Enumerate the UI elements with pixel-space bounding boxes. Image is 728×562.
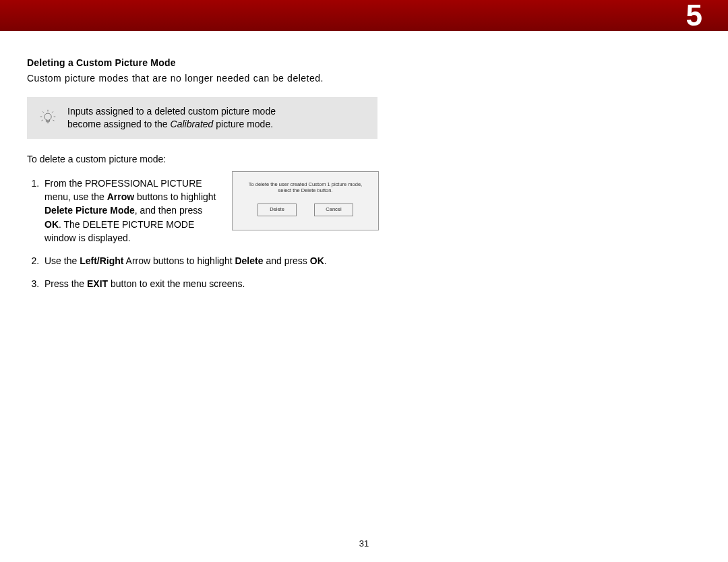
svg-line-8 (41, 120, 42, 121)
svg-point-0 (44, 113, 51, 120)
tip-box: Inputs assigned to a deleted custom pict… (27, 97, 377, 139)
intro-text: Custom picture modes that are no longer … (27, 72, 377, 85)
svg-line-9 (53, 120, 54, 121)
header-band: 5 (0, 0, 728, 31)
lightbulb-icon (39, 109, 57, 127)
section-heading: Deleting a Custom Picture Mode (27, 57, 377, 68)
steps-list: From the PROFESSIONAL PICTURE menu, use … (27, 177, 377, 291)
tip-line2-after: picture mode. (213, 119, 273, 129)
tip-line2-before: become assigned to the (67, 119, 171, 129)
steps-intro: To delete a custom picture mode: (27, 154, 377, 164)
page-number: 31 (359, 538, 369, 549)
step-1: From the PROFESSIONAL PICTURE menu, use … (42, 177, 377, 245)
main-content: Deleting a Custom Picture Mode Custom pi… (27, 57, 377, 301)
step-2: Use the Left/Right Arrow buttons to high… (42, 254, 377, 268)
dialog-buttons: Delete Cancel (239, 204, 371, 216)
tip-line2-italic: Calibrated (171, 119, 214, 129)
delete-dialog: To delete the user created Custom 1 pict… (232, 171, 379, 230)
chapter-number: 5 (686, 0, 702, 32)
svg-line-5 (52, 111, 53, 113)
svg-line-4 (42, 111, 44, 113)
tip-text: Inputs assigned to a deleted custom pict… (67, 105, 276, 131)
dialog-message: To delete the user created Custom 1 pict… (239, 181, 371, 195)
step-3: Press the EXIT button to exit the menu s… (42, 277, 377, 290)
cancel-button[interactable]: Cancel (314, 204, 353, 216)
tip-line1: Inputs assigned to a deleted custom pict… (67, 106, 276, 117)
delete-button[interactable]: Delete (257, 204, 297, 216)
